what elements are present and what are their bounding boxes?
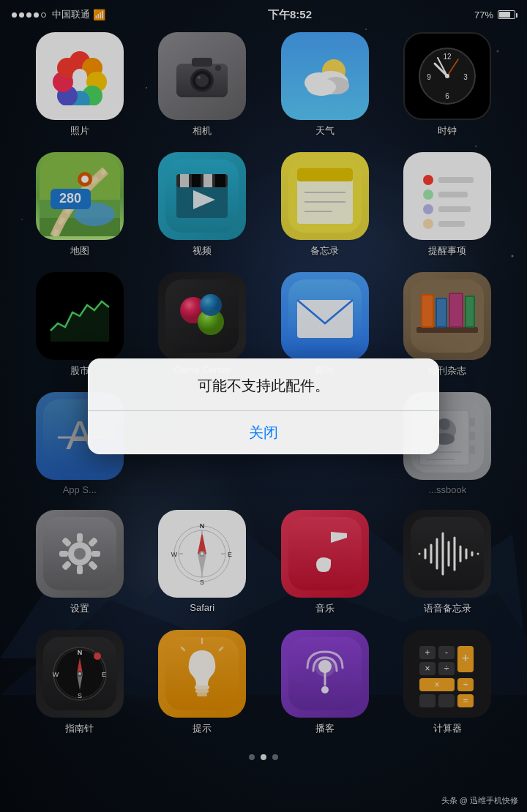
alert-dialog: 可能不支持此配件。 关闭 (88, 358, 439, 454)
dialog-message: 可能不支持此配件。 (88, 358, 439, 411)
watermark: 头条 @ 迅维手机快修 (441, 795, 518, 806)
dialog-overlay: 可能不支持此配件。 关闭 (0, 0, 527, 812)
dialog-close-button[interactable]: 关闭 (88, 411, 439, 454)
